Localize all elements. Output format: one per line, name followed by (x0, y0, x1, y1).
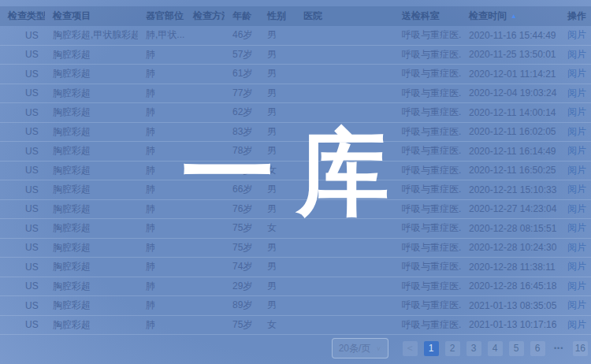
cell-exam-item: 胸腔彩超 (45, 280, 138, 293)
page-button-2[interactable]: 2 (445, 341, 460, 356)
view-images-link[interactable]: 阅片 (567, 242, 586, 253)
view-images-link[interactable]: 阅片 (567, 29, 586, 40)
cell-actions: 阅片 (559, 48, 591, 61)
page-buttons: 123456•••16 (424, 341, 588, 356)
cell-actions: 阅片 (559, 28, 591, 42)
cell-age: 61岁 (225, 67, 259, 80)
page-size-select[interactable]: 20条/页 ∨ (332, 338, 388, 358)
cell-hospital (296, 300, 394, 311)
cell-department: 呼吸与重症医... (394, 318, 461, 332)
column-header-sex: 性别 (259, 9, 296, 23)
cell-exam-item: 胸腔彩超 (45, 125, 138, 139)
table-row: US 胸腔彩超 肺 75岁 男 呼吸与重症医... 2020-12-28 10:… (0, 239, 591, 258)
cell-organ: 肺,甲状... (138, 28, 185, 42)
cell-actions: 阅片 (559, 221, 591, 235)
cell-exam-item: 胸腔彩超 (45, 299, 138, 312)
view-images-link[interactable]: 阅片 (567, 87, 586, 98)
table-row: US 胸腔彩超,甲状腺彩超 肺,甲状... 46岁 男 呼吸与重症医... 20… (0, 26, 591, 46)
page-button-3[interactable]: 3 (466, 341, 481, 356)
page-button-16[interactable]: 16 (573, 341, 588, 356)
cell-sex: 男 (259, 299, 296, 312)
cell-department: 呼吸与重症医... (394, 299, 461, 312)
view-images-link[interactable]: 阅片 (567, 319, 586, 330)
cell-department: 呼吸与重症医... (394, 87, 461, 100)
view-images-link[interactable]: 阅片 (567, 126, 586, 137)
view-images-link[interactable]: 阅片 (567, 222, 586, 233)
view-images-link[interactable]: 阅片 (567, 145, 586, 156)
cell-organ: 肺 (138, 144, 185, 158)
page-size-value: 20条/页 (339, 342, 371, 355)
cell-age: 46岁 (225, 28, 259, 42)
page-button-5[interactable]: 5 (509, 341, 524, 356)
cell-exam-item: 胸腔彩超 (45, 106, 138, 119)
cell-hospital (296, 262, 394, 273)
cell-exam-time: 2020-12-21 15:10:33 (461, 184, 559, 195)
sort-ascending-icon[interactable]: ▲ (511, 13, 517, 20)
view-images-link[interactable]: 阅片 (567, 261, 586, 272)
cell-hospital (296, 87, 394, 98)
cell-actions: 阅片 (559, 183, 591, 196)
cell-actions: 阅片 (559, 125, 591, 139)
view-images-link[interactable]: 阅片 (567, 299, 586, 310)
view-images-link[interactable]: 阅片 (567, 203, 586, 214)
cell-exam-time: 2020-11-25 13:50:01 (461, 49, 559, 60)
cell-age: 29岁 (225, 280, 259, 293)
cell-exam-time: 2020-12-27 14:23:04 (461, 203, 559, 214)
cell-actions: 阅片 (559, 164, 591, 177)
page-ellipsis-button[interactable]: ••• (552, 341, 567, 356)
cell-sex: 男 (259, 28, 296, 42)
cell-age: 75岁 (225, 241, 259, 254)
table-row: US 胸腔彩超 肺 77岁 男 呼吸与重症医... 2020-12-04 19:… (0, 84, 591, 104)
view-images-link[interactable]: 阅片 (567, 280, 586, 292)
cell-hospital (296, 30, 394, 41)
prev-page-button[interactable]: < (403, 341, 418, 356)
cell-exam-item: 胸腔彩超 (45, 202, 138, 216)
view-images-link[interactable]: 阅片 (567, 184, 586, 195)
cell-age: 74岁 (225, 260, 259, 273)
cell-exam-time: 2020-12-11 14:00:14 (461, 107, 559, 118)
cell-sex: 男 (259, 48, 296, 61)
cell-department: 呼吸与重症医... (394, 67, 461, 80)
table-row: US 胸腔彩超 肺 29岁 男 呼吸与重症医... 2020-12-28 16:… (0, 277, 591, 297)
cell-organ: 肺 (138, 318, 185, 332)
cell-exam-type: US (0, 126, 45, 137)
watermark-text: 一库 (181, 120, 411, 227)
cell-exam-type: US (0, 146, 45, 157)
cell-exam-type: US (0, 203, 45, 214)
table-row: US 胸腔彩超 肺 75岁 女 呼吸与重症医... 2021-01-13 10:… (0, 316, 591, 336)
cell-hospital (296, 107, 394, 118)
page-button-1[interactable]: 1 (424, 341, 439, 356)
cell-exam-type: US (0, 30, 45, 41)
column-header-item: 检查项目 (45, 9, 138, 23)
column-header-op: 操作 (559, 9, 591, 23)
column-header-method: 检查方法 (185, 9, 225, 23)
view-images-link[interactable]: 阅片 (567, 106, 586, 117)
cell-exam-type: US (0, 280, 45, 292)
column-header-age: 年龄 (225, 9, 259, 23)
column-header-type: 检查类型 (0, 9, 45, 23)
page-button-6[interactable]: 6 (530, 341, 545, 356)
table-header: 检查类型检查项目器官部位检查方法年龄性别医院送检科室检查时间▲操作 (0, 6, 591, 26)
cell-actions: 阅片 (559, 87, 591, 100)
cell-sex: 男 (259, 87, 296, 100)
cell-exam-time: 2020-12-28 10:24:30 (461, 242, 559, 253)
cell-exam-time: 2021-01-13 10:17:16 (461, 319, 559, 330)
cell-exam-item: 胸腔彩超 (45, 318, 138, 332)
cell-exam-type: US (0, 107, 45, 118)
cell-exam-item: 胸腔彩超 (45, 241, 138, 254)
cell-department: 呼吸与重症医... (394, 28, 461, 42)
cell-age: 57岁 (225, 48, 259, 61)
cell-exam-time: 2020-11-16 15:44:49 (461, 30, 559, 41)
column-header-time[interactable]: 检查时间▲ (461, 9, 559, 23)
cell-exam-type: US (0, 184, 45, 195)
table-row: US 胸腔彩超 肺 74岁 男 呼吸与重症医... 2020-12-28 11:… (0, 258, 591, 277)
cell-sex: 男 (259, 67, 296, 80)
cell-organ: 肺 (138, 164, 185, 177)
view-images-link[interactable]: 阅片 (567, 68, 586, 79)
cell-exam-item: 胸腔彩超 (45, 164, 138, 177)
cell-actions: 阅片 (559, 280, 591, 293)
cell-exam-item: 胸腔彩超 (45, 48, 138, 61)
view-images-link[interactable]: 阅片 (567, 165, 586, 176)
view-images-link[interactable]: 阅片 (567, 49, 586, 60)
page-button-4[interactable]: 4 (488, 341, 503, 356)
